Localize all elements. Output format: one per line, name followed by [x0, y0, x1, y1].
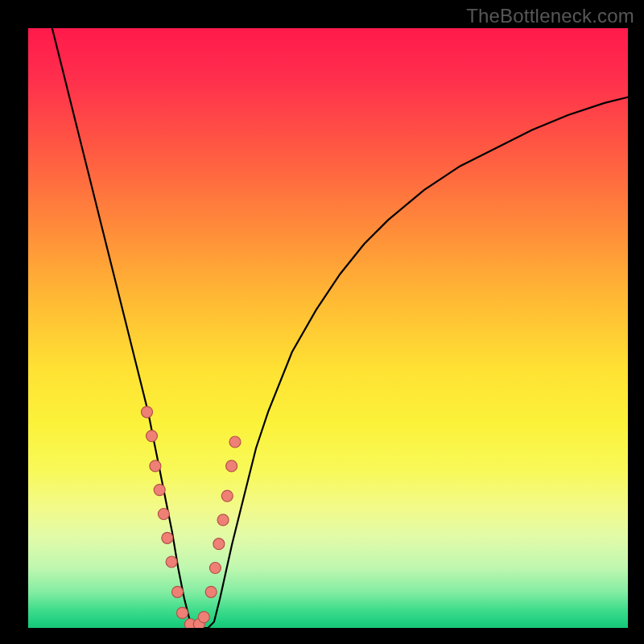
- sample-marker: [166, 556, 177, 568]
- sample-marker: [172, 586, 184, 597]
- sample-marker: [162, 532, 173, 543]
- sample-marker: [158, 509, 169, 520]
- sample-marker: [226, 460, 237, 472]
- chart-frame: TheBottleneck.com: [0, 0, 644, 644]
- sample-marker: [213, 539, 225, 550]
- sample-marker: [209, 563, 221, 574]
- bottleneck-curve: [52, 28, 628, 628]
- sample-marker: [217, 514, 229, 526]
- chart-svg-layer: [28, 28, 628, 628]
- sample-marker: [205, 586, 217, 597]
- sample-markers-group: [142, 407, 242, 628]
- sample-marker: [154, 485, 165, 496]
- sample-marker: [150, 460, 161, 472]
- sample-marker: [147, 431, 158, 442]
- sample-marker: [142, 407, 153, 418]
- sample-marker: [229, 436, 241, 448]
- sample-marker: [177, 607, 188, 618]
- sample-marker: [221, 490, 233, 502]
- sample-marker: [198, 612, 209, 623]
- plot-area: [28, 28, 628, 628]
- watermark-text: TheBottleneck.com: [466, 5, 634, 27]
